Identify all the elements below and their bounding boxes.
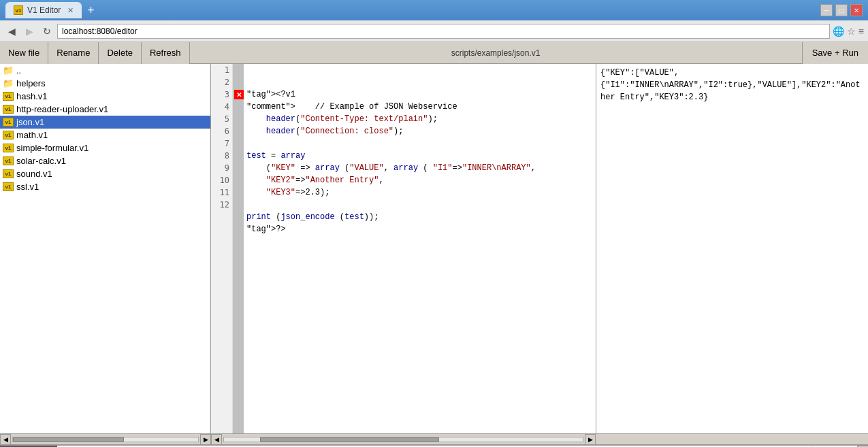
v1-file-icon: v1: [3, 105, 14, 114]
main-area: 📁..📁helpersv1hash.v1v1http-reader-upload…: [0, 64, 868, 433]
error-gutter-7: [233, 139, 244, 151]
v1-file-icon: v1: [3, 131, 14, 140]
line-number-6: 6: [211, 125, 229, 137]
save-run-button[interactable]: Save + Run: [802, 42, 868, 64]
scroll-left-arrow[interactable]: ◀: [0, 434, 11, 445]
menu-icon[interactable]: ≡: [858, 26, 864, 37]
folder-icon: 📁: [3, 66, 14, 76]
error-gutter-1: [233, 64, 244, 76]
translate-icon[interactable]: 🌐: [833, 26, 844, 37]
file-name-label: http-reader-uploader.v1: [16, 104, 108, 114]
line-numbers: 123456789101112: [211, 64, 233, 433]
file-name-label: sound.v1: [16, 169, 52, 179]
star-icon[interactable]: ☆: [847, 26, 856, 37]
code-line-12: "tag">?>: [246, 223, 593, 235]
code-line-6: test = array: [246, 150, 593, 162]
error-gutter-4: [233, 102, 244, 114]
file-tree-item---[interactable]: 📁..: [0, 64, 210, 77]
error-gutter-5: [233, 114, 244, 127]
maximize-btn[interactable]: □: [835, 4, 848, 16]
close-btn[interactable]: ✕: [850, 4, 863, 16]
file-tree-item-solar-calc-v1[interactable]: v1solar-calc.v1: [0, 154, 210, 167]
file-tree-item-simple-formular-v1[interactable]: v1simple-formular.v1: [0, 142, 210, 154]
tab-bar: v1 V1 Editor ✕ +: [5, 0, 95, 20]
file-tree-item-ssl-v1[interactable]: v1ssl.v1: [0, 180, 210, 193]
file-tree-scroll-thumb[interactable]: [13, 437, 124, 442]
error-marker-3: ✕: [234, 90, 244, 99]
error-gutter-3: ✕: [233, 90, 244, 102]
v1-file-icon: v1: [3, 92, 14, 101]
preview-area: Welcome to V1 Script <?v1 print ('Welcom…: [0, 444, 868, 447]
editor-scroll-thumb[interactable]: [260, 437, 440, 442]
editor-scroll-right-arrow[interactable]: ▶: [585, 434, 596, 445]
code-line-4: header("Connection: close");: [246, 125, 593, 137]
v1-file-icon: v1: [3, 156, 14, 166]
code-line-9: "KEY3"=>2.3);: [246, 186, 593, 199]
address-icons: 🌐 ☆ ≡: [833, 26, 864, 37]
back-btn[interactable]: ◀: [4, 24, 19, 39]
refresh-button[interactable]: Refresh: [142, 42, 190, 64]
line-number-7: 7: [211, 137, 229, 150]
file-path: scripts/examples/json.v1: [190, 48, 802, 58]
folder-icon: 📁: [3, 79, 14, 88]
file-tree-item-json-v1[interactable]: v1json.v1: [0, 116, 210, 129]
line-number-4: 4: [211, 101, 229, 113]
new-file-button[interactable]: New file: [0, 42, 48, 64]
v1-file-icon: v1: [3, 169, 14, 179]
line-number-5: 5: [211, 113, 229, 125]
window-controls: ─ □ ✕: [820, 4, 863, 16]
code-line-7: ("KEY" => array ("VALUE", array ( "I1"=>…: [246, 162, 593, 174]
reload-btn[interactable]: ↻: [39, 24, 54, 39]
file-name-label: solar-calc.v1: [16, 156, 66, 166]
file-tree-item-helpers[interactable]: 📁helpers: [0, 77, 210, 90]
minimize-btn[interactable]: ─: [820, 4, 833, 16]
v1-file-icon: v1: [3, 144, 14, 153]
code-line-1: "tag"><?v1: [246, 88, 593, 101]
editor-scroll-left-arrow[interactable]: ◀: [211, 434, 222, 445]
file-name-label: ssl.v1: [16, 182, 39, 192]
line-number-11: 11: [211, 186, 229, 199]
error-gutter-9: [233, 163, 244, 176]
editor-scroll-track[interactable]: [223, 437, 583, 442]
file-name-label: simple-formular.v1: [16, 143, 89, 153]
file-name-label: helpers: [16, 78, 46, 88]
file-tree-scrollbar[interactable]: ◀ ▶: [0, 434, 211, 444]
rename-button[interactable]: Rename: [48, 42, 99, 64]
file-tree-scroll-track[interactable]: [12, 437, 199, 442]
tab-favicon: v1: [14, 5, 23, 15]
code-line-11: print (json_encode (test));: [246, 211, 593, 223]
scrollbar-row: ◀ ▶ ◀ ▶: [0, 433, 868, 444]
error-gutter-2: [233, 76, 244, 88]
forward-btn[interactable]: ▶: [22, 24, 37, 39]
code-editor[interactable]: "tag"><?v1"comment"> // Example of JSON …: [244, 64, 596, 433]
editor-section: 123456789101112 ✕ "tag"><?v1"comment"> /…: [211, 64, 596, 433]
file-tree-item-http-reader-uploader-v1[interactable]: v1http-reader-uploader.v1: [0, 103, 210, 116]
error-gutter-8: [233, 151, 244, 163]
file-name-label: math.v1: [16, 130, 48, 140]
new-tab-btn[interactable]: +: [87, 3, 95, 18]
output-scrollbar-spacer: [596, 434, 868, 444]
tab-close-btn[interactable]: ✕: [67, 6, 74, 15]
file-tree-item-math-v1[interactable]: v1math.v1: [0, 129, 210, 142]
error-gutter: ✕: [233, 64, 244, 433]
browser-titlebar: v1 V1 Editor ✕ + ─ □ ✕: [0, 0, 868, 20]
file-tree: 📁..📁helpersv1hash.v1v1http-reader-upload…: [0, 64, 211, 433]
delete-button[interactable]: Delete: [99, 42, 142, 64]
error-gutter-10: [233, 176, 244, 188]
file-tree-item-hash-v1[interactable]: v1hash.v1: [0, 90, 210, 103]
code-line-8: "KEY2"=>"Another Entry",: [246, 174, 593, 186]
editor-scrollbar[interactable]: ◀ ▶: [211, 434, 596, 444]
output-pane: {"KEY":["VALUE", {"I1":"INNER\nARRAY","I…: [596, 64, 868, 433]
scroll-right-arrow[interactable]: ▶: [200, 434, 211, 445]
line-number-3: 3: [211, 88, 229, 101]
error-gutter-6: [233, 127, 244, 139]
file-tree-item-sound-v1[interactable]: v1sound.v1: [0, 167, 210, 180]
address-input[interactable]: [57, 24, 830, 39]
error-gutter-11: [233, 188, 244, 200]
code-line-2: "comment"> // Example of JSON Webservice: [246, 101, 593, 113]
browser-tab[interactable]: v1 V1 Editor ✕: [5, 2, 82, 18]
line-number-8: 8: [211, 150, 229, 162]
line-number-10: 10: [211, 174, 229, 186]
line-number-1: 1: [211, 64, 229, 76]
code-line-10: [246, 199, 593, 211]
